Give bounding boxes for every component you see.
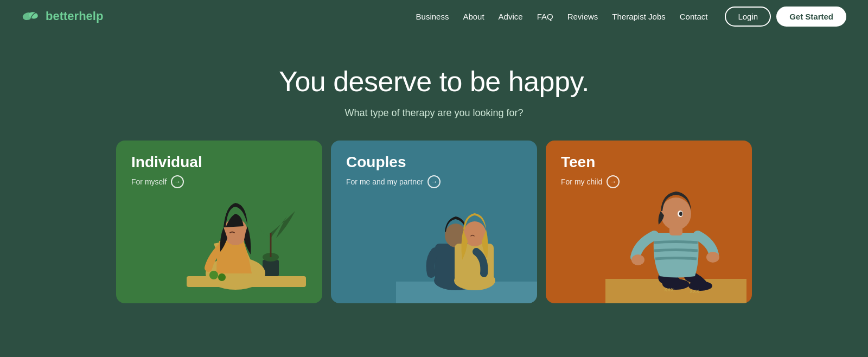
hero-subheadline: What type of therapy are you looking for… — [344, 107, 523, 119]
main-nav: Business About Advice FAQ Reviews Therap… — [411, 7, 846, 27]
svg-point-20 — [706, 252, 719, 263]
therapy-cards-row: Individual For myself → — [0, 141, 868, 303]
card-couples-subtitle: For me and my partner → — [346, 175, 441, 188]
nav-item-advice[interactable]: Advice — [493, 9, 528, 24]
main-content: You deserve to be happy. What type of th… — [0, 33, 868, 303]
card-teen[interactable]: Teen For my child → — [546, 141, 752, 303]
svg-point-7 — [209, 271, 218, 279]
header: betterhelp Business About Advice FAQ Rev… — [0, 0, 868, 33]
logo-text: betterhelp — [46, 9, 103, 23]
card-teen-subtitle: For my child → — [561, 175, 620, 188]
nav-item-reviews[interactable]: Reviews — [562, 9, 604, 24]
nav-item-business[interactable]: Business — [411, 9, 455, 24]
svg-point-22 — [661, 197, 691, 230]
card-individual-label: Individual For myself → — [131, 154, 202, 188]
teen-illustration: xxx xxx — [605, 162, 746, 303]
leaf-icon — [22, 10, 41, 23]
hero-headline: You deserve to be happy. — [279, 65, 589, 98]
arrow-icon: → — [171, 175, 184, 188]
card-teen-label: Teen For my child → — [561, 154, 620, 188]
card-couples[interactable]: Couples For me and my partner → — [331, 141, 537, 303]
login-button[interactable]: Login — [725, 7, 771, 27]
card-individual-subtitle: For myself → — [131, 175, 202, 188]
nav-item-therapist-jobs[interactable]: Therapist Jobs — [607, 9, 671, 24]
svg-text:xxx: xxx — [664, 286, 674, 292]
nav-item-about[interactable]: About — [457, 9, 489, 24]
nav-item-contact[interactable]: Contact — [674, 9, 713, 24]
card-teen-title: Teen — [561, 154, 620, 171]
svg-point-8 — [218, 273, 226, 281]
get-started-button[interactable]: Get Started — [776, 7, 846, 27]
arrow-icon: → — [427, 175, 441, 188]
nav-item-faq[interactable]: FAQ — [532, 9, 559, 24]
logo[interactable]: betterhelp — [22, 9, 103, 23]
card-couples-title: Couples — [346, 154, 441, 171]
card-individual[interactable]: Individual For myself → — [116, 141, 322, 303]
nav-buttons: Login Get Started — [725, 7, 846, 27]
svg-point-24 — [679, 212, 682, 216]
svg-point-19 — [631, 254, 644, 265]
svg-text:xxx: xxx — [690, 288, 699, 294]
arrow-icon: → — [607, 175, 620, 188]
card-couples-label: Couples For me and my partner → — [346, 154, 441, 188]
card-individual-title: Individual — [131, 154, 202, 171]
